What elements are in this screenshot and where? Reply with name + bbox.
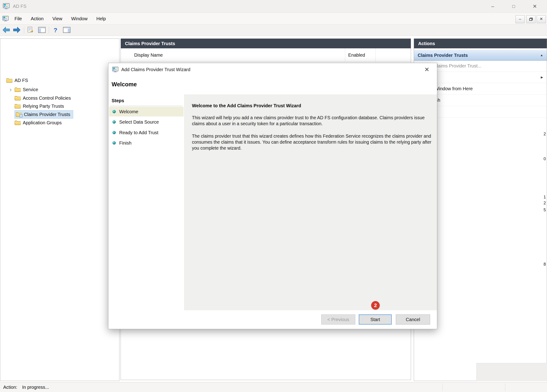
- folder-icon: [14, 120, 21, 125]
- restore-icon: [529, 18, 533, 21]
- back-icon[interactable]: [2, 27, 10, 34]
- wizard-paragraph-2: The claims provider trust that this wiza…: [192, 133, 433, 151]
- statusbar-separator: [505, 384, 505, 391]
- screen-edge-fragment: 8: [544, 262, 546, 267]
- status-label: Action:: [3, 385, 17, 390]
- tree-item-relying-party-trusts[interactable]: Relying Party Trusts: [1, 102, 118, 110]
- wizard-button-row: < Previous Start Cancel: [184, 310, 437, 329]
- status-text: Action: In progress...: [3, 382, 49, 392]
- child-minimize-button[interactable]: –: [515, 15, 525, 23]
- console-window-icon: [2, 15, 9, 22]
- dialog-title: Add Claims Provider Trust Wizard: [121, 63, 190, 76]
- forward-icon[interactable]: [13, 27, 21, 34]
- menu-bar: File Action View Window Help – ✕: [0, 13, 547, 25]
- tree-item-application-groups[interactable]: Application Groups: [1, 118, 118, 127]
- step-ready-to-add-trust[interactable]: Ready to Add Trust: [109, 128, 184, 138]
- previous-button[interactable]: < Previous: [321, 314, 355, 324]
- adfs-app-icon: [3, 3, 10, 10]
- wizard-paragraph-1: This wizard will help you add a new clai…: [192, 115, 433, 127]
- actions-group-header[interactable]: Claims Provider Trusts ▲: [414, 50, 547, 61]
- folder-icon: [14, 103, 21, 109]
- dialog-close-icon[interactable]: ✕: [422, 63, 431, 76]
- child-restore-button[interactable]: [526, 15, 535, 23]
- menu-help[interactable]: Help: [93, 13, 110, 24]
- console-tree-pane: AD FS › Service Access Control Policies …: [0, 38, 119, 381]
- tree-selection-highlight: Claims Provider Trusts: [14, 110, 73, 118]
- step-bullet-icon: [113, 120, 116, 124]
- toolbar-separator: [24, 27, 24, 34]
- help-icon[interactable]: ?: [52, 25, 59, 36]
- wizard-page-heading: Welcome: [112, 81, 137, 88]
- wizard-content-area: Welcome to the Add Claims Provider Trust…: [184, 94, 437, 310]
- column-enabled[interactable]: Enabled: [348, 48, 365, 62]
- toolbar-separator: [49, 27, 49, 34]
- statusbar-separator: [442, 384, 443, 391]
- folder-icon: [16, 112, 22, 117]
- screen-edge-fragment: 0: [544, 157, 546, 161]
- list-column-header-row: Display Name Enabled: [121, 48, 411, 62]
- folder-icon: [14, 87, 21, 92]
- screen-edge-fragment: 5: [544, 208, 546, 213]
- tree-item-access-control-policies[interactable]: Access Control Policies: [1, 94, 118, 102]
- screen-edge-fragment: 1: [544, 195, 546, 199]
- tree-item-claims-provider-trusts[interactable]: Claims Provider Trusts: [1, 110, 118, 118]
- close-button[interactable]: ✕: [527, 0, 543, 13]
- add-claims-provider-trust-wizard-dialog: Add Claims Provider Trust Wizard ✕ Welco…: [108, 63, 437, 329]
- step-bullet-icon: [113, 141, 116, 144]
- menu-view[interactable]: View: [48, 13, 66, 24]
- wizard-steps-panel: Steps Welcome Select Data Source Ready t…: [108, 94, 184, 329]
- submenu-arrow-icon: ▶: [541, 72, 543, 83]
- status-value: In progress...: [22, 385, 49, 390]
- adfs-console-window: AD FS – □ ✕ File Action View Window Help…: [0, 0, 547, 392]
- window-title: AD FS: [13, 0, 27, 13]
- start-button[interactable]: Start: [359, 314, 392, 324]
- step-finish[interactable]: Finish: [109, 138, 184, 148]
- wizard-content-heading: Welcome to the Add Claims Provider Trust…: [192, 103, 301, 108]
- actions-pane-header: Actions: [414, 39, 547, 48]
- step-bullet-icon: [113, 131, 116, 134]
- maximize-button[interactable]: □: [506, 0, 522, 13]
- tree-item-ad-fs[interactable]: AD FS: [1, 76, 118, 84]
- step-bullet-icon: [113, 110, 116, 113]
- console-tree-toggle-icon[interactable]: [38, 27, 46, 34]
- step-welcome[interactable]: Welcome: [109, 107, 184, 117]
- menu-file[interactable]: File: [11, 13, 26, 24]
- chevron-right-icon[interactable]: ›: [7, 85, 14, 94]
- menu-window[interactable]: Window: [67, 13, 91, 24]
- action-pane-toggle-icon[interactable]: [63, 27, 71, 34]
- column-separator[interactable]: [375, 48, 376, 62]
- screen-edge-fragment: 2: [544, 201, 546, 206]
- steps-divider: [110, 106, 183, 106]
- corner-panel: [476, 363, 547, 381]
- column-separator[interactable]: [345, 48, 345, 62]
- child-close-button[interactable]: ✕: [537, 15, 546, 23]
- wizard-icon: [112, 66, 118, 73]
- cancel-button[interactable]: Cancel: [396, 314, 430, 324]
- folder-icon: [14, 96, 21, 101]
- results-pane-header: Claims Provider Trusts: [121, 39, 411, 48]
- status-bar: Action: In progress...: [0, 382, 547, 392]
- dialog-titlebar[interactable]: Add Claims Provider Trust Wizard ✕: [108, 63, 437, 76]
- annotation-step-badge: 2: [371, 301, 380, 309]
- toolbar: ?: [0, 25, 547, 36]
- window-titlebar: AD FS – □ ✕: [0, 0, 547, 13]
- menu-items: File Action View Window Help: [11, 13, 110, 24]
- folder-icon: [6, 78, 13, 83]
- collapse-chevron-icon[interactable]: ▲: [540, 50, 543, 61]
- tree-item-service[interactable]: › Service: [1, 85, 118, 94]
- column-display-name[interactable]: Display Name: [134, 48, 163, 62]
- steps-title: Steps: [112, 98, 124, 103]
- step-select-data-source[interactable]: Select Data Source: [109, 117, 184, 127]
- minimize-button[interactable]: –: [485, 0, 501, 13]
- menu-action[interactable]: Action: [27, 13, 48, 24]
- export-list-icon[interactable]: [27, 27, 34, 34]
- screen-edge-fragment: 2: [544, 132, 546, 137]
